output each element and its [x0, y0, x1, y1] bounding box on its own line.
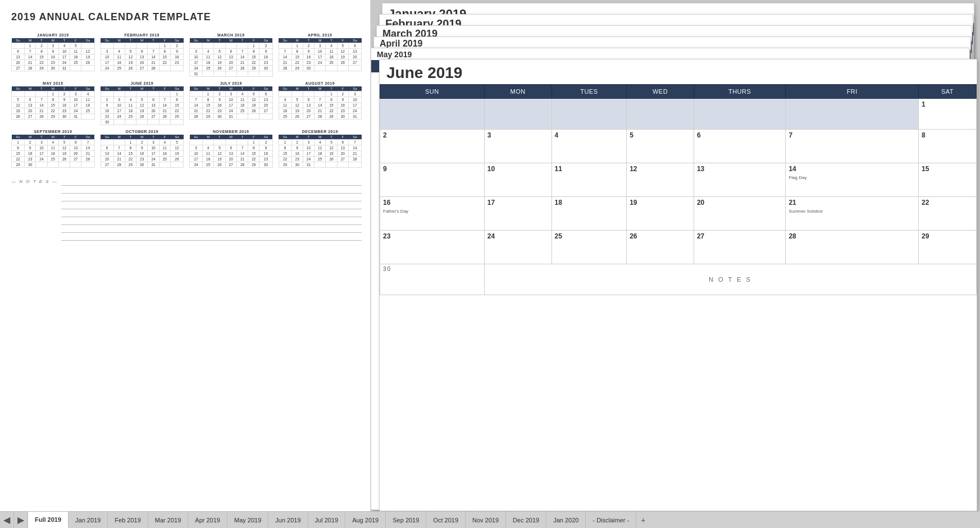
mini-cal-february: FEBRUARY 2019 SuMTWTFSa 12 3456789 10111… — [101, 33, 184, 77]
mini-cal-january: JANUARY 2019 SuMTWTFSa 12345 6789101112 … — [11, 33, 95, 77]
tab-sep-2019[interactable]: Sep 2019 — [386, 512, 426, 528]
tab-disclaimer[interactable]: - Disclaimer - — [586, 512, 636, 528]
sheet-june: June 2019 SUN MON TUES WED THURS FRI SAT — [379, 59, 977, 511]
tab-aug-2019[interactable]: Aug 2019 — [345, 512, 386, 528]
notes-label: — N O T E S — — [11, 178, 58, 184]
mini-cal-october: OCTOBER 2019 SuMTWTFSa 12345 6789101112 … — [101, 130, 184, 168]
page-title: 2019 ANNUAL CALENDAR TEMPLATE — [11, 11, 362, 23]
june-title: June 2019 — [380, 59, 977, 84]
mini-cal-may: MAY 2019 SuMTWTFSa 1234 567891011 121314… — [11, 81, 95, 125]
tab-next[interactable]: ▶ — [14, 512, 28, 528]
tab-may-2019[interactable]: May 2019 — [227, 512, 268, 528]
mini-cal-june: JUNE 2019 SuMTWTFSa 1 2345678 9101112131… — [101, 81, 184, 125]
mini-cal-july: JULY 2019 SuMTWTFSa 123456 78910111213 1… — [189, 81, 273, 125]
notes-area — [61, 178, 362, 241]
june-calendar: SUN MON TUES WED THURS FRI SAT — [380, 84, 977, 295]
main-area: 2019 ANNUAL CALENDAR TEMPLATE JANUARY 20… — [0, 0, 980, 511]
mini-cal-november: NOVEMBER 2019 SuMTWTFSa 12 3456789 10111… — [189, 130, 273, 168]
may-title: May 2019 — [371, 48, 969, 60]
tab-jan-2020[interactable]: Jan 2020 — [546, 512, 586, 528]
cal-stack: January 2019 SUNMONTUESWEDTHURSFRISAT Fe… — [371, 0, 980, 511]
mini-cal-december: DECEMBER 2019 SuMTWTFSa 1234567 89101112… — [279, 130, 362, 168]
tab-add-button[interactable]: + — [636, 512, 650, 528]
mini-cal-august: AUGUST 2019 SuMTWTFSa 123 45678910 11121… — [279, 81, 362, 125]
table-row: 2 3 4 5 6 7 8 — [380, 130, 977, 163]
tab-jul-2019[interactable]: Jul 2019 — [308, 512, 346, 528]
tab-bar: ◀ ▶ Full 2019 Jan 2019 Feb 2019 Mar 2019… — [0, 511, 980, 528]
tab-full-2019[interactable]: Full 2019 — [28, 512, 69, 528]
mini-calendars-grid: JANUARY 2019 SuMTWTFSa 12345 6789101112 … — [11, 33, 362, 168]
tab-oct-2019[interactable]: Oct 2019 — [426, 512, 466, 528]
tab-mar-2019[interactable]: Mar 2019 — [148, 512, 188, 528]
mini-cal-april: APRIL 2019 SuMTWTFSa 123456 78910111213 … — [279, 33, 362, 77]
table-row: 16Father's Day 17 18 19 20 21Summer Sols… — [380, 197, 977, 231]
right-panel: January 2019 SUNMONTUESWEDTHURSFRISAT Fe… — [371, 0, 980, 511]
tab-prev[interactable]: ◀ — [0, 512, 14, 528]
table-row: 1 — [380, 99, 977, 130]
mini-cal-march: MARCH 2019 SuMTWTFSa 12 3456789 10111213… — [189, 33, 273, 77]
table-row: 23 24 25 26 27 28 29 — [380, 231, 977, 264]
table-row: 9 10 11 12 13 14Flag Day 15 — [380, 163, 977, 197]
tab-dec-2019[interactable]: Dec 2019 — [506, 512, 546, 528]
left-panel: 2019 ANNUAL CALENDAR TEMPLATE JANUARY 20… — [0, 0, 371, 511]
mini-cal-september: SEPTEMBER 2019 SuMTWTFSa 1234567 8910111… — [11, 130, 95, 168]
tab-jun-2019[interactable]: Jun 2019 — [268, 512, 308, 528]
tab-nov-2019[interactable]: Nov 2019 — [466, 512, 506, 528]
table-row: 30 N O T E S — [380, 264, 977, 295]
tab-apr-2019[interactable]: Apr 2019 — [188, 512, 227, 528]
tab-feb-2019[interactable]: Feb 2019 — [108, 512, 148, 528]
tab-jan-2019[interactable]: Jan 2019 — [69, 512, 108, 528]
